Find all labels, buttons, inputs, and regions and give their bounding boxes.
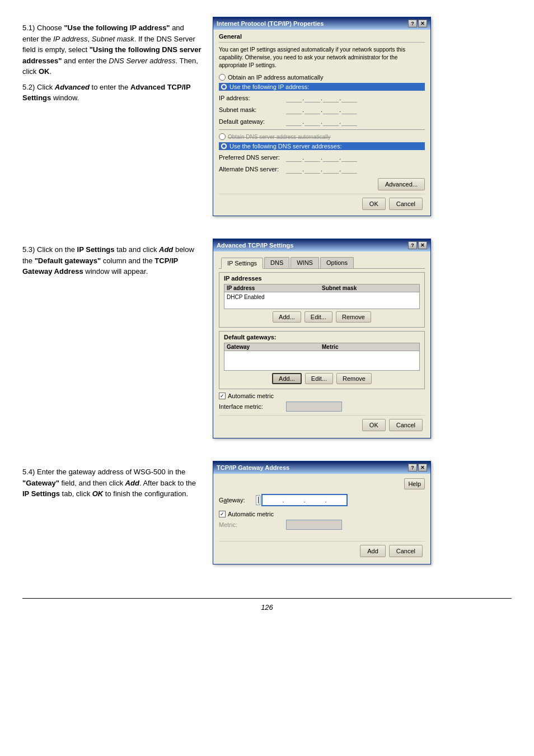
dialog3-metric-label: Metric:: [219, 521, 286, 528]
ip-seg4[interactable]: [341, 93, 357, 102]
subnet-dot2: .: [321, 106, 322, 113]
subnet-seg2[interactable]: [305, 105, 320, 114]
dialog2-close-btn[interactable]: ✕: [418, 241, 427, 249]
step-4-italic1: Add: [125, 479, 139, 487]
dialog3-metric-row: Metric:: [219, 520, 425, 530]
gateway-seg2[interactable]: [284, 495, 304, 505]
step-1-italic2: Subnet mask: [92, 35, 134, 43]
step-1-italic3: DNS Server address: [109, 57, 175, 65]
step-1-italic1: IP address: [53, 35, 88, 43]
ip-remove-button[interactable]: Remove: [336, 311, 371, 323]
gw-dot1: .: [302, 118, 304, 125]
page-content: 5.1) Choose "Use the following IP addres…: [22, 17, 512, 612]
dialog1-radio-auto[interactable]: Obtain an IP address automatically: [219, 74, 425, 81]
advanced-button[interactable]: Advanced...: [378, 178, 425, 190]
dialog1-cancel-button[interactable]: Cancel: [389, 198, 423, 210]
pdns-seg1[interactable]: [286, 152, 302, 162]
gw-seg3[interactable]: [323, 116, 339, 126]
dialog1-help-btn[interactable]: ?: [408, 20, 417, 27]
dialog2-ok-button[interactable]: OK: [362, 419, 386, 431]
subnet-seg3[interactable]: [323, 105, 339, 114]
step-4-ok: OK: [92, 489, 104, 498]
adns-seg3[interactable]: [323, 164, 339, 174]
dialog3-cancel-button[interactable]: Cancel: [389, 545, 423, 557]
dialog2-cancel-button[interactable]: Cancel: [389, 419, 423, 431]
auto-metric-checkbox[interactable]: [219, 393, 226, 399]
ip-seg2[interactable]: [305, 93, 320, 102]
ip-list-row-dhcp: DHCP Enabled: [226, 293, 418, 301]
dialog2-button-row: OK Cancel: [219, 415, 425, 433]
dialog1-radio-manual[interactable]: Use the following IP address:: [219, 83, 425, 91]
preferred-dns-label: Preferred DNS server:: [219, 154, 286, 161]
gateway-seg3[interactable]: [306, 495, 325, 505]
pdns-dot3: .: [339, 154, 341, 161]
cursor-bar: [258, 497, 259, 503]
dialog2-help-btn[interactable]: ?: [408, 241, 417, 249]
tab-dns[interactable]: DNS: [264, 257, 289, 268]
gw-edit-button[interactable]: Edit...: [305, 373, 333, 384]
gw-seg4[interactable]: [341, 116, 357, 126]
dialog2-body: IP Settings DNS WINS Options IP addresse…: [213, 251, 430, 438]
radio-auto-circle[interactable]: [219, 74, 226, 81]
ip-address-row: IP address: . . .: [219, 93, 425, 102]
pdns-seg4[interactable]: [341, 152, 357, 162]
interface-metric-input[interactable]: [286, 402, 342, 412]
pdns-seg2[interactable]: [305, 152, 320, 162]
dns-manual-circle[interactable]: [221, 143, 227, 150]
tab-wins[interactable]: WINS: [291, 257, 319, 268]
tab-options[interactable]: Options: [320, 257, 354, 268]
ip-seg1[interactable]: [286, 93, 302, 102]
dialog1-close-btn[interactable]: ✕: [418, 20, 427, 27]
subnet-seg4[interactable]: [341, 105, 357, 114]
gateway-dots: . . .: [286, 116, 357, 126]
interface-metric-row: Interface metric:: [219, 402, 425, 412]
alternate-dns-dots: . . .: [286, 164, 357, 174]
gw-seg2[interactable]: [305, 116, 320, 126]
tab-ip-settings[interactable]: IP Settings: [221, 258, 263, 269]
dns-auto-circle[interactable]: [219, 133, 226, 140]
dialog2-titlebar-buttons: ? ✕: [408, 241, 427, 249]
dhcp-enabled-label: DHCP Enabled: [227, 294, 417, 300]
radio-manual-label: Use the following IP address:: [229, 83, 309, 90]
dialog3-help-btn-title[interactable]: ?: [408, 464, 417, 472]
dialog3-button-row: Add Cancel: [219, 541, 425, 559]
advanced-btn-row: Advanced...: [219, 178, 425, 190]
dialog1-dns-auto[interactable]: Obtain DNS server address automatically: [219, 133, 425, 140]
pdns-seg3[interactable]: [323, 152, 339, 162]
dialog2-title: Advanced TCP/IP Settings: [217, 242, 293, 249]
adns-seg2[interactable]: [305, 164, 320, 174]
dialog3-help-button[interactable]: Help: [404, 478, 425, 489]
step-1-ok: OK: [39, 67, 50, 76]
dialog1-ok-button[interactable]: OK: [362, 198, 386, 210]
subnet-label: Subnet mask:: [219, 106, 286, 113]
col-metric-header: Metric: [322, 344, 417, 350]
dialog1-tab-general[interactable]: General: [219, 33, 242, 40]
ip-edit-button[interactable]: Edit...: [305, 311, 332, 323]
ip-add-button[interactable]: Add...: [273, 311, 301, 323]
ip-seg3[interactable]: [323, 93, 339, 102]
dialog3-add-button[interactable]: Add: [360, 545, 386, 557]
gw-seg1[interactable]: [286, 116, 302, 126]
adns-seg4[interactable]: [341, 164, 357, 174]
dialog1-dns-manual[interactable]: Use the following DNS server addresses:: [219, 142, 425, 150]
dialog3-titlebar-buttons: ? ✕: [408, 464, 427, 472]
subnet-seg1[interactable]: [286, 105, 302, 114]
radio-manual-circle[interactable]: [221, 83, 227, 90]
gateway-seg1[interactable]: [263, 495, 282, 505]
gateway-seg4[interactable]: [327, 495, 346, 505]
gw-add-button[interactable]: Add...: [272, 373, 302, 384]
dialog3-close-btn[interactable]: ✕: [418, 464, 427, 472]
adns-dot2: .: [321, 166, 322, 172]
col-ip-header: IP address: [227, 285, 322, 291]
adns-seg1[interactable]: [286, 164, 302, 174]
gateway-input-group: . . .: [261, 494, 347, 506]
subnet-dot1: .: [302, 106, 304, 113]
step-1-number: 5.1): [22, 24, 35, 32]
dialog1-title: Internet Protocol (TCP/IP) Properties: [217, 20, 324, 27]
dialog3-gateway-row: Gateway: . . .: [219, 494, 425, 506]
dialog3-auto-metric-checkbox[interactable]: [219, 511, 226, 517]
gw-remove-button[interactable]: Remove: [336, 373, 372, 384]
dialog3-metric-input[interactable]: [286, 520, 342, 530]
step-2-advanced: Advanced: [55, 83, 90, 91]
step-4-number: 5.4): [22, 468, 35, 476]
